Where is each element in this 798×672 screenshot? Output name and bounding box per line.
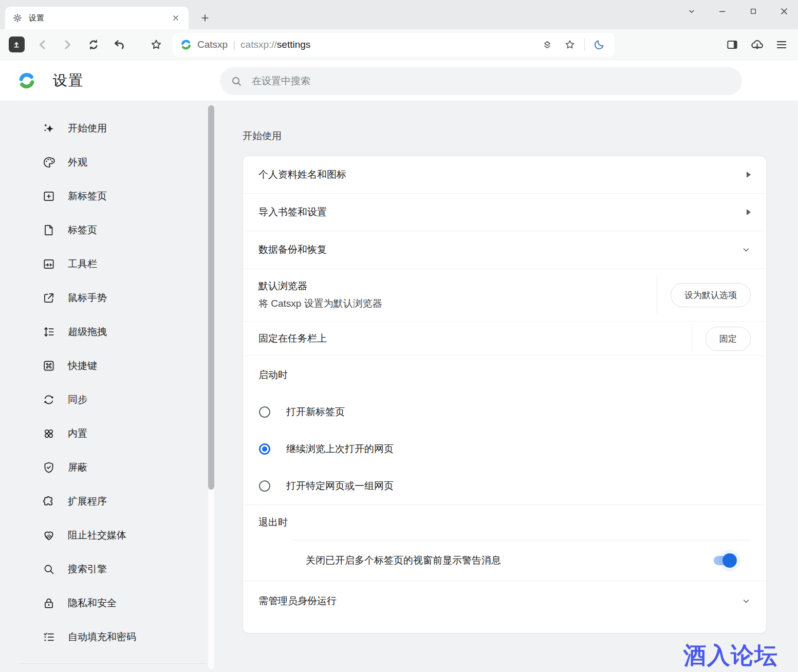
search-icon	[230, 75, 243, 87]
catsxp-logo-icon	[180, 39, 192, 51]
default-browser-subtitle: 将 Catsxp 设置为默认浏览器	[258, 297, 382, 310]
bookmark-star-icon[interactable]	[148, 36, 164, 53]
sidebar-item-extensions[interactable]: 扩展程序	[0, 484, 208, 518]
sidebar-item-super-drag[interactable]: 超级拖拽	[0, 315, 208, 349]
page-title: 设置	[53, 71, 84, 90]
startup-option-continue[interactable]: 继续浏览上次打开的网页	[243, 431, 766, 468]
row-label: 导入书签和设置	[258, 206, 327, 219]
sidebar-item-autofill-passwords[interactable]: 自动填充和密码	[0, 620, 208, 654]
row-close-warning-toggle: 关闭已开启多个标签页的视窗前显示警告消息	[243, 540, 766, 581]
pin-button[interactable]: 固定	[706, 327, 751, 351]
sidebar-item-search-engine[interactable]: 搜索引擎	[0, 552, 208, 586]
sidebar-item-toolbar[interactable]: 工具栏	[0, 247, 208, 281]
sidebar-item-label: 快捷键	[68, 359, 97, 372]
toggle-label: 关闭已开启多个标签页的视窗前显示警告消息	[306, 554, 501, 567]
watermark: 酒入论坛	[683, 640, 778, 671]
sidebar-item-label: 工具栏	[68, 257, 97, 271]
checklist-icon	[42, 630, 55, 644]
tab-close-icon[interactable]	[170, 12, 181, 24]
sidebar-divider	[21, 663, 207, 664]
sidebar-item-block-social-media[interactable]: 阻止社交媒体	[0, 518, 208, 552]
radio-label: 打开特定网页或一组网页	[286, 479, 394, 493]
side-panel-icon[interactable]	[724, 36, 740, 53]
row-profile-name-icon[interactable]: 个人资料姓名和图标	[243, 156, 766, 193]
sidebar-item-mouse-gestures[interactable]: 鼠标手势	[0, 281, 208, 315]
sidebar-item-label: 阻止社交媒体	[68, 529, 126, 542]
toggle-knob	[722, 553, 737, 568]
url-brand: Catsxp	[197, 39, 228, 50]
warning-toggle-on[interactable]	[714, 556, 735, 565]
row-label: 需管理员身份运行	[258, 594, 337, 608]
arrow-right-icon	[747, 172, 751, 178]
browser-tab[interactable]: 设置	[5, 7, 189, 29]
bookmark-page-star-icon[interactable]	[562, 36, 578, 53]
back-button[interactable]	[34, 36, 50, 53]
urlbar-divider	[584, 39, 585, 51]
catsxp-logo	[17, 71, 36, 90]
row-separator	[692, 325, 692, 352]
settings-search[interactable]	[220, 67, 742, 95]
sidebar-item-label: 屏蔽	[68, 461, 87, 474]
minimize-button[interactable]	[714, 3, 731, 20]
undo-icon[interactable]	[111, 36, 127, 53]
sidebar-item-sync[interactable]: 同步	[0, 383, 208, 417]
maximize-button[interactable]	[745, 3, 762, 20]
sidebar-item-label: 开始使用	[68, 122, 107, 135]
sidebar-item-shortcuts[interactable]: 快捷键	[0, 349, 208, 383]
startup-option-new-tab[interactable]: 打开新标签页	[243, 394, 766, 431]
set-default-button[interactable]: 设为默认选项	[671, 283, 751, 307]
arrow-right-icon	[747, 209, 751, 215]
close-window-button[interactable]	[775, 3, 793, 20]
sidebar-item-label: 鼠标手势	[68, 291, 107, 305]
sidebar-item-privacy-security[interactable]: 隐私和安全	[0, 586, 208, 620]
row-import-bookmarks-settings[interactable]: 导入书签和设置	[243, 194, 766, 231]
gear-icon	[12, 13, 23, 23]
sidebar-scrollbar	[208, 101, 215, 672]
reload-cycle-icon[interactable]	[85, 36, 102, 53]
radio-unchecked[interactable]	[259, 480, 270, 492]
radio-label: 继续浏览上次打开的网页	[286, 442, 394, 456]
url-text: catsxp://settings	[240, 39, 310, 50]
row-data-backup-restore[interactable]: 数据备份和恢复	[243, 231, 766, 268]
radio-checked[interactable]	[259, 443, 270, 455]
stack-layers-icon[interactable]	[539, 36, 555, 53]
address-bar[interactable]: Catsxp | catsxp://settings	[173, 33, 615, 57]
row-pin-taskbar: 固定在任务栏上 固定	[243, 322, 766, 356]
sidebar-item-tabs[interactable]: 标签页	[0, 213, 208, 247]
search-input[interactable]	[252, 76, 663, 87]
heart-blocked-icon	[42, 529, 55, 542]
sidebar-item-get-started[interactable]: 开始使用	[0, 111, 208, 145]
exit-section-label: 退出时	[243, 505, 766, 540]
sidebar-item-built-in[interactable]: 内置	[0, 417, 208, 451]
url-path: settings	[277, 39, 310, 50]
row-default-browser: 默认浏览器 将 Catsxp 设置为默认浏览器 设为默认选项	[243, 269, 766, 321]
settings-main: 开始使用 个人资料姓名和图标 导入书签和设置 数据备份和恢复	[215, 101, 798, 672]
row-label: 个人资料姓名和图标	[258, 168, 346, 181]
moon-dark-mode-icon[interactable]	[591, 36, 607, 53]
command-key-icon	[42, 359, 55, 372]
sidebar-item-label: 外观	[68, 156, 87, 169]
row-run-as-admin[interactable]: 需管理员身份运行	[243, 581, 766, 621]
forward-button[interactable]	[60, 36, 76, 53]
sidebar-item-blocking[interactable]: 屏蔽	[0, 451, 208, 484]
sidebar-item-appearance[interactable]: 外观	[0, 145, 208, 179]
new-tab-button[interactable]	[197, 10, 213, 26]
scrollbar-thumb[interactable]	[208, 105, 214, 490]
section-title: 开始使用	[243, 129, 798, 142]
default-browser-title: 默认浏览器	[258, 279, 382, 293]
tab-search-chevron-icon[interactable]	[683, 3, 700, 20]
sidebar-item-label: 同步	[68, 393, 87, 406]
chevron-down-icon	[741, 245, 751, 254]
cloud-download-icon[interactable]	[749, 36, 765, 53]
browser-toolbar: Catsxp | catsxp://settings	[0, 29, 798, 60]
boss-key-icon[interactable]	[8, 36, 25, 53]
sidebar-item-new-tab-page[interactable]: 新标签页	[0, 179, 208, 213]
sidebar-item-label: 自动填充和密码	[68, 630, 136, 644]
row-label: 退出时	[258, 516, 288, 529]
puzzle-icon	[42, 495, 55, 508]
startup-option-specific-pages[interactable]: 打开特定网页或一组网页	[243, 468, 766, 505]
sidebar-item-label: 隐私和安全	[68, 596, 117, 610]
menu-icon[interactable]	[773, 36, 790, 53]
radio-unchecked[interactable]	[259, 406, 270, 418]
sidebar-item-label: 扩展程序	[68, 495, 107, 508]
